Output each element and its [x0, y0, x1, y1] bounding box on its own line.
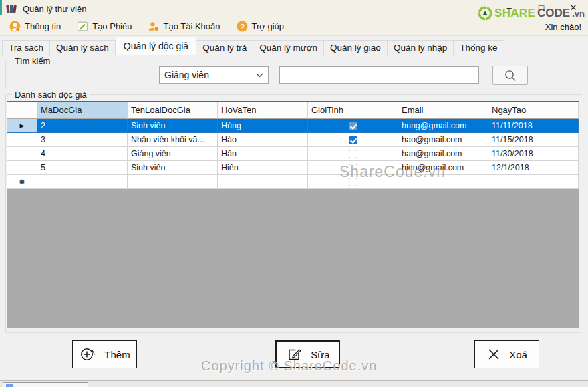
cell-hovaten[interactable]: Hân — [218, 147, 308, 161]
add-icon — [79, 346, 96, 363]
row-selector[interactable] — [7, 161, 37, 175]
brand-logo-icon — [478, 6, 492, 21]
cell-email[interactable]: hung@gmail.com — [398, 119, 488, 133]
cell-tenloaidocgia[interactable]: Sinh viên — [128, 119, 218, 133]
cell-hovaten[interactable]: Hiên — [218, 161, 308, 175]
grid-row[interactable]: ▶2Sinh viênHùnghung@gmail.com11/11/2018 — [7, 119, 579, 133]
cell-tenloaidocgia[interactable] — [128, 175, 218, 189]
row-selector[interactable]: ✱ — [7, 175, 37, 189]
cell-email[interactable]: hien@gmail.com — [398, 161, 488, 175]
tab-quan-ly-tra[interactable]: Quản lý trả — [196, 40, 253, 55]
tab-quan-ly-giao[interactable]: Quản lý giao — [324, 40, 388, 55]
grid-row[interactable]: 4Giảng viênHânhan@gmail.com11/30/2018 — [7, 147, 579, 161]
cell-madocgia[interactable]: 4 — [37, 147, 128, 161]
gender-checkbox[interactable] — [349, 150, 357, 158]
toolbar-item-label: Trợ giúp — [252, 21, 285, 31]
search-group-label: Tìm kiếm — [12, 56, 53, 66]
toolbar-item-tao-phieu[interactable]: Tạo Phiếu — [71, 19, 137, 33]
background-window-peek-icon — [6, 384, 13, 387]
column-header-madocgia[interactable]: MaDocGia — [37, 102, 128, 119]
reader-list-group-label: Danh sách độc giả — [12, 90, 90, 100]
toolbar-item-tao-tai-khoan[interactable]: Tạo Tài Khoản — [142, 19, 225, 33]
gender-checkbox[interactable] — [349, 164, 357, 172]
toolbar-item-label: Tạo Tài Khoản — [163, 21, 220, 31]
cell-hovaten[interactable]: Hào — [218, 133, 308, 147]
column-header-hovaten[interactable]: HoVaTen — [218, 102, 308, 119]
cell-ngaytao[interactable]: 11/11/2018 — [488, 119, 579, 133]
tab-quan-ly-doc-gia[interactable]: Quản lý độc giả — [116, 37, 196, 55]
minimize-button[interactable]: – — [504, 3, 514, 13]
cell-email[interactable] — [398, 175, 488, 189]
current-row-arrow-icon: ▶ — [20, 122, 25, 129]
cell-madocgia[interactable] — [37, 175, 128, 189]
cell-gioitinh[interactable] — [308, 133, 398, 147]
tab-quan-ly-sach[interactable]: Quản lý sách — [50, 40, 116, 55]
grid-new-row[interactable]: ✱ — [7, 175, 579, 189]
cell-ngaytao[interactable]: 12/1/2018 — [488, 161, 579, 175]
tab-tra-sach[interactable]: Tra sách — [2, 40, 50, 55]
cell-madocgia[interactable]: 2 — [37, 119, 128, 133]
chevron-down-icon — [256, 73, 263, 78]
cell-gioitinh[interactable] — [308, 161, 398, 175]
column-header-email[interactable]: Email — [398, 102, 488, 119]
books-icon — [5, 3, 17, 14]
grid-body: ▶2Sinh viênHùnghung@gmail.com11/11/20183… — [7, 119, 579, 189]
cell-tenloaidocgia[interactable]: Nhân viên khối vă... — [128, 133, 218, 147]
tab-page-doc-gia: Tìm kiếm Giảng viên Danh sách độc giả Ma… — [0, 55, 588, 380]
background-window-edge — [0, 0, 2, 15]
toolbar-item-tro-giup[interactable]: ?Trợ giúp — [231, 19, 290, 33]
search-input[interactable] — [279, 66, 479, 84]
tabstrip: Tra sáchQuản lý sáchQuản lý độc giảQuản … — [0, 37, 588, 55]
gender-checkbox[interactable] — [349, 136, 357, 144]
grid-row[interactable]: 3Nhân viên khối vă...Hàohao@gmail.com11/… — [7, 133, 579, 147]
column-header-ngaytao[interactable]: NgayTao — [488, 102, 579, 119]
toolbar-item-label: Tạo Phiếu — [92, 21, 132, 31]
tab-quan-ly-nhap[interactable]: Quản lý nhập — [388, 40, 454, 55]
cell-ngaytao[interactable]: 11/15/2018 — [488, 133, 579, 147]
help-icon: ? — [237, 21, 248, 32]
grid-row[interactable]: 5Sinh viênHiênhien@gmail.com12/1/2018 — [7, 161, 579, 175]
cell-email[interactable]: hao@gmail.com — [398, 133, 488, 147]
row-selector[interactable] — [7, 133, 37, 147]
cell-hovaten[interactable] — [218, 175, 308, 189]
cell-hovaten[interactable]: Hùng — [218, 119, 308, 133]
column-header-gioitinh[interactable]: GioiTinh — [308, 102, 398, 119]
dropdown-selected-value: Giảng viên — [164, 70, 209, 80]
window-title: Quản lý thư viện — [23, 4, 86, 14]
delete-button-label: Xoá — [509, 349, 527, 360]
create-note-icon — [77, 21, 88, 32]
greeting-text: Xin chào! — [545, 22, 581, 32]
tab-thong-ke[interactable]: Thống kê — [454, 40, 504, 55]
row-selector-current[interactable]: ▶ — [7, 119, 37, 133]
cell-ngaytao[interactable]: 11/30/2018 — [488, 147, 579, 161]
reader-type-dropdown[interactable]: Giảng viên — [159, 66, 269, 84]
search-icon — [504, 69, 517, 82]
background-window-peek — [3, 382, 88, 387]
tab-quan-ly-muon[interactable]: Quản lý mượn — [253, 40, 324, 55]
cell-ngaytao[interactable] — [488, 175, 579, 189]
grid-header-selector — [7, 102, 37, 119]
search-button[interactable] — [492, 66, 528, 85]
create-account-icon — [148, 21, 159, 32]
row-selector[interactable] — [7, 147, 37, 161]
cell-gioitinh[interactable] — [308, 119, 398, 133]
toolbar-item-thong-tin[interactable]: Thông tin — [4, 19, 66, 33]
gender-checkbox[interactable] — [349, 122, 357, 130]
cell-email[interactable]: han@gmail.com — [398, 147, 488, 161]
cell-madocgia[interactable]: 3 — [37, 133, 128, 147]
maximize-button[interactable]: □ — [536, 3, 547, 13]
cell-madocgia[interactable]: 5 — [37, 161, 128, 175]
cell-gioitinh[interactable] — [308, 147, 398, 161]
close-button[interactable]: ✕ — [568, 3, 579, 13]
delete-button[interactable]: Xoá — [474, 340, 539, 368]
cell-tenloaidocgia[interactable]: Giảng viên — [128, 147, 218, 161]
toolbar-item-label: Thông tin — [25, 21, 61, 31]
window-controls: – □ ✕ — [504, 3, 579, 13]
cell-gioitinh[interactable] — [308, 175, 398, 189]
edit-button-label: Sửa — [311, 349, 329, 360]
column-header-tenloaidocgia[interactable]: TenLoaiDocGia — [128, 102, 218, 119]
gender-checkbox[interactable] — [349, 178, 357, 186]
add-button[interactable]: Thêm — [72, 340, 137, 368]
edit-button[interactable]: Sửa — [275, 340, 340, 368]
cell-tenloaidocgia[interactable]: Sinh viên — [128, 161, 218, 175]
